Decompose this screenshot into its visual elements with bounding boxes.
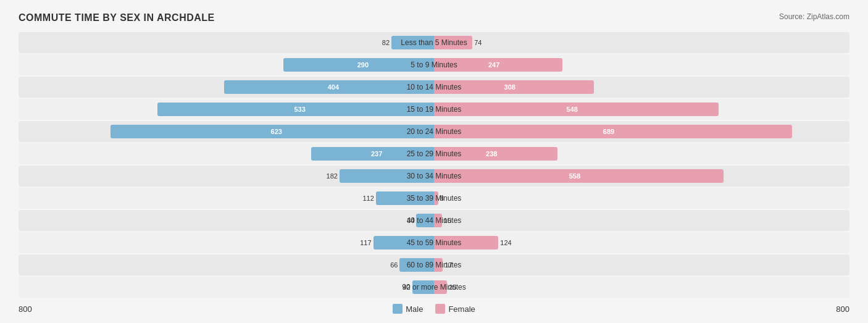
bar-male	[340, 169, 434, 183]
male-value: 112	[362, 195, 373, 202]
bar-female	[434, 280, 447, 294]
legend-female-color	[435, 304, 445, 314]
bar-inner: 90 or more Minutes 42 25	[19, 277, 849, 298]
bar-row: 10 to 14 Minutes 404 308	[19, 77, 849, 98]
bar-inner: Less than 5 Minutes 82 74	[19, 32, 849, 53]
male-value: 117	[360, 239, 371, 246]
chart-title: COMMUTE TIME BY SEX IN ARCHDALE	[19, 12, 215, 23]
male-value: 66	[390, 261, 398, 269]
bar-inner: 35 to 39 Minutes 112 8	[19, 188, 849, 209]
female-value: 25	[449, 283, 456, 291]
bar-male	[111, 125, 434, 138]
bar-row: 25 to 29 Minutes 237 238	[19, 143, 849, 164]
bar-male	[376, 191, 434, 205]
axis-min-label: 800	[19, 304, 32, 314]
bar-row: 30 to 34 Minutes 182 558	[19, 166, 849, 187]
bar-inner: 40 to 44 Minutes 34 15	[19, 210, 849, 231]
chart-footer: 800 Male Female 800	[19, 304, 849, 314]
bar-inner: 10 to 14 Minutes 404 308	[19, 77, 849, 98]
bar-male	[224, 80, 434, 94]
female-value: 124	[500, 239, 511, 246]
bar-male	[373, 236, 434, 250]
bar-female	[434, 191, 438, 205]
chart-header: COMMUTE TIME BY SEX IN ARCHDALE Source: …	[19, 12, 849, 23]
bar-female	[434, 236, 498, 250]
bar-row: 35 to 39 Minutes 112 8	[19, 188, 849, 209]
bar-row: 90 or more Minutes 42 25	[19, 277, 849, 298]
bar-inner: 20 to 24 Minutes 623 689	[19, 121, 849, 142]
male-value: 82	[382, 39, 390, 46]
bar-female	[434, 169, 724, 183]
female-value: 17	[444, 261, 452, 269]
bar-male	[391, 36, 434, 49]
legend-female: Female	[435, 304, 475, 314]
bar-row: 45 to 59 Minutes 117 124	[19, 232, 849, 253]
bar-inner: 30 to 34 Minutes 182 558	[19, 166, 849, 187]
bar-inner: 60 to 89 Minutes 66 17	[19, 254, 849, 275]
legend-female-label: Female	[448, 304, 475, 314]
male-value: 34	[407, 217, 414, 224]
bar-row: Less than 5 Minutes 82 74	[19, 32, 849, 53]
bar-male	[399, 258, 434, 272]
female-value: 8	[440, 195, 444, 202]
chart-container: COMMUTE TIME BY SEX IN ARCHDALE Source: …	[19, 12, 849, 314]
bar-female	[434, 36, 472, 49]
male-value: 42	[403, 283, 410, 291]
bar-female	[434, 80, 594, 94]
bar-row: 60 to 89 Minutes 66 17	[19, 254, 849, 275]
legend-male-label: Male	[406, 304, 423, 314]
chart-body: Less than 5 Minutes 82 74 5 to 9 Minutes…	[19, 32, 849, 298]
bar-row: 5 to 9 Minutes 290 247	[19, 54, 849, 75]
bar-female	[434, 58, 562, 72]
bar-female	[434, 125, 792, 138]
chart-source: Source: ZipAtlas.com	[779, 12, 849, 21]
bar-male	[157, 103, 434, 116]
legend-male-color	[393, 304, 403, 314]
bar-row: 15 to 19 Minutes 533 548	[19, 99, 849, 120]
bar-row: 40 to 44 Minutes 34 15	[19, 210, 849, 231]
bar-female	[434, 258, 443, 272]
bar-row: 20 to 24 Minutes 623 689	[19, 121, 849, 142]
bar-male	[416, 214, 434, 227]
female-value: 15	[444, 217, 451, 224]
bar-inner: 15 to 19 Minutes 533 548	[19, 99, 849, 120]
bar-male	[283, 58, 434, 72]
bar-inner: 25 to 29 Minutes 237 238	[19, 143, 849, 164]
bar-female	[434, 103, 719, 116]
legend-male: Male	[393, 304, 423, 314]
bar-male	[412, 280, 434, 294]
legend: Male Female	[393, 304, 475, 314]
bar-male	[311, 147, 434, 161]
male-value: 182	[327, 172, 338, 180]
female-value: 74	[474, 39, 482, 46]
bar-inner: 45 to 59 Minutes 117 124	[19, 232, 849, 253]
axis-max-label: 800	[836, 304, 849, 314]
bar-inner: 5 to 9 Minutes 290 247	[19, 54, 849, 75]
bar-female	[434, 147, 557, 161]
bar-female	[434, 214, 442, 227]
